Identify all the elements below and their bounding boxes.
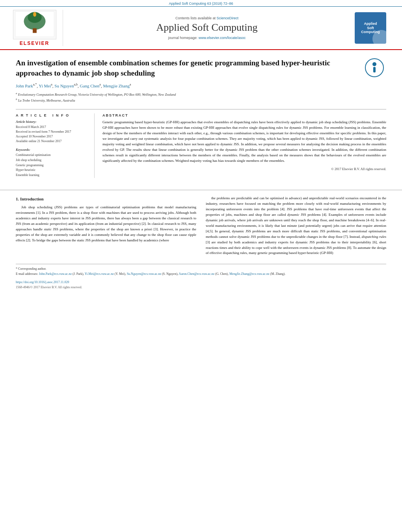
abstract-column: ABSTRACT Genetic programming based hyper…: [102, 113, 386, 178]
email-label: E-mail addresses:: [16, 272, 38, 276]
article-info-column: A R T I C L E I N F O Article history: R…: [16, 113, 95, 178]
elsevier-text: ELSEVIER: [13, 41, 56, 46]
elsevier-logo-area: ELSEVIER: [12, 10, 63, 46]
page: Applied Soft Computing 63 (2018) 72–86: [0, 0, 402, 532]
email-john-park[interactable]: John.Park@ecs.vuw.ac.nz: [39, 272, 72, 276]
author-yi-mei[interactable]: Yi Mei: [39, 83, 51, 88]
svg-point-5: [33, 12, 36, 17]
issn-line: 1568-4946/© 2017 Elsevier B.V. All right…: [16, 285, 386, 290]
author-su-nguyen[interactable]: Su Nguyen: [54, 83, 74, 88]
sciencedirect-link[interactable]: ScienceDirect: [217, 16, 239, 20]
kw-job-shop: Job shop scheduling: [16, 158, 89, 163]
available-date: Available online 21 November 2017: [16, 139, 89, 144]
intro-two-col: 1. Introduction Job shop scheduling (JSS…: [16, 196, 386, 258]
section1-title: 1. Introduction: [16, 196, 196, 202]
intro-para-1: Job shop scheduling (JSS) problems are t…: [16, 205, 196, 243]
email-aaron-chen[interactable]: Aaron.Chen@ecs.vuw.ac.nz: [179, 272, 214, 276]
main-content: 1. Introduction Job shop scheduling (JSS…: [0, 190, 402, 290]
journal-title: Applied Soft Computing: [156, 22, 257, 33]
copyright-line: © 2017 Elsevier B.V. All rights reserved…: [102, 167, 386, 171]
doi-line: https://doi.org/10.1016/j.asoc.2017.11.0…: [16, 280, 386, 285]
doi-link[interactable]: https://doi.org/10.1016/j.asoc.2017.11.0…: [16, 280, 69, 284]
article-title: An investigation of ensemble combination…: [16, 58, 386, 78]
author-park-sup: a,*: [33, 83, 37, 86]
elsevier-logo: ELSEVIER: [13, 10, 56, 46]
author-mengjie-zhang[interactable]: Mengjie Zhang: [103, 83, 130, 88]
abstract-heading: ABSTRACT: [102, 113, 386, 117]
homepage-line: journal homepage: www.elsevier.com/locat…: [168, 36, 246, 40]
journal-logo-box: AppliedSoftComputing: [355, 12, 386, 44]
intro-para-2: the problems are predictable and can be …: [206, 196, 386, 256]
affiliation-a: a Evolutionary Computation Research Grou…: [16, 91, 386, 97]
kw-genetic: Genetic programming: [16, 163, 89, 168]
homepage-link[interactable]: www.elsevier.com/locate/asoc: [199, 36, 246, 40]
crossmark: [365, 58, 386, 80]
article-history-block: Article history: Received 8 March 2017 R…: [16, 120, 89, 144]
logo-text: AppliedSoftComputing: [361, 22, 380, 34]
elsevier-logo-image: [13, 10, 56, 39]
kw-combinatorial: Combinatorial optimisation: [16, 153, 89, 158]
svg-point-7: [372, 62, 376, 66]
svg-rect-4: [33, 28, 37, 33]
received-date: Received 8 March 2017: [16, 125, 89, 130]
corresponding-note: * Corresponding author.: [16, 267, 386, 272]
journal-logo-area: AppliedSoftComputing: [351, 10, 390, 46]
title-text: An investigation of ensemble combination…: [16, 59, 330, 77]
email-line: E-mail addresses: John.Park@ecs.vuw.ac.n…: [16, 272, 386, 277]
info-abstract-section: A R T I C L E I N F O Article history: R…: [16, 109, 386, 178]
keywords-block: Keywords: Combinatorial optimisation Job…: [16, 148, 89, 178]
author-zhang-sup: a: [130, 83, 131, 86]
author-chen-sup: a: [99, 83, 101, 86]
email-su-nguyen[interactable]: Su.Nguyen@ecs.vuw.ac.nz: [127, 272, 161, 276]
citation-bar: Applied Soft Computing 63 (2018) 72–86: [0, 0, 402, 7]
svg-rect-8: [373, 67, 376, 72]
intro-col-left: 1. Introduction Job shop scheduling (JSS…: [16, 196, 196, 258]
author-gang-chen[interactable]: Gang Chen: [80, 83, 100, 88]
kw-hyper: Hyper-heuristic: [16, 168, 89, 173]
citation-text: Applied Soft Computing 63 (2018) 72–86: [169, 2, 233, 6]
keywords-label: Keywords:: [16, 148, 89, 152]
homepage-label: journal homepage:: [168, 36, 199, 40]
journal-header: ELSEVIER Contents lists available at Sci…: [0, 7, 402, 50]
email-yi-mei[interactable]: Yi.Mei@ecs.vuw.ac.nz: [85, 272, 114, 276]
footnote-area: * Corresponding author. E-mail addresses…: [16, 264, 386, 290]
article-info-heading: A R T I C L E I N F O: [16, 113, 89, 117]
author-mei-sup: a: [51, 83, 52, 86]
article-body: An investigation of ensemble combination…: [0, 50, 402, 186]
email-mengjie-zhang[interactable]: MengJie.Zhang@ecs.vuw.ac.nz: [229, 272, 269, 276]
intro-col-right: the problems are predictable and can be …: [206, 196, 386, 258]
authors-line: John Parka,*, Yi Meia, Su Nguyena,b, Gan…: [16, 83, 386, 88]
journal-center: Contents lists available at ScienceDirec…: [63, 10, 351, 46]
kw-ensemble: Ensemble learning: [16, 173, 89, 178]
article-history-label: Article history:: [16, 120, 89, 124]
accepted-date: Accepted 10 November 2017: [16, 134, 89, 139]
author-nguyen-sup: a,b: [74, 83, 78, 86]
contents-line: Contents lists available at ScienceDirec…: [175, 16, 238, 20]
abstract-text: Genetic programming based hyper-heuristi…: [102, 120, 386, 164]
author-john-park[interactable]: John Park: [16, 83, 33, 88]
contents-label: Contents lists available at: [175, 16, 217, 20]
affiliations: a Evolutionary Computation Research Grou…: [16, 91, 386, 103]
affiliation-b: b La Trobe University, Melbourne, Austra…: [16, 97, 386, 103]
revised-date: Received in revised form 7 November 2017: [16, 130, 89, 134]
